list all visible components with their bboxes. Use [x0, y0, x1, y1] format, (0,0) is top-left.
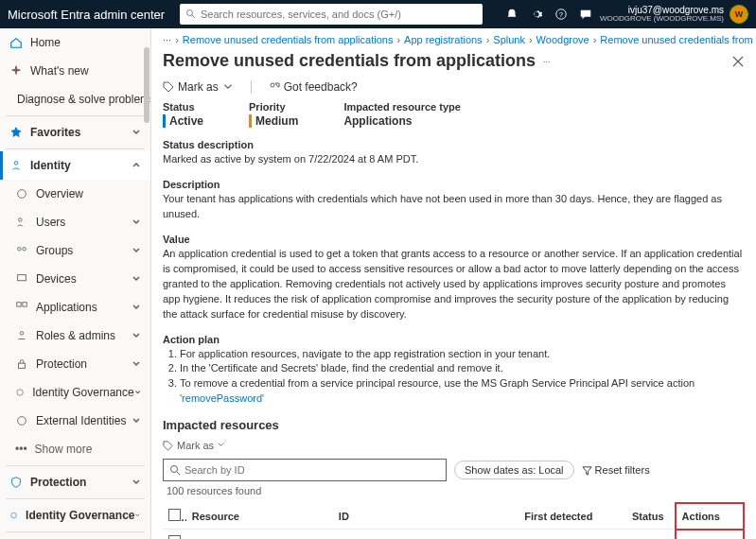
breadcrumb: ··· › Remove unused credentials from app… — [151, 28, 756, 49]
svg-rect-10 — [17, 303, 21, 306]
nav-diagnose[interactable]: Diagnose & solve problems — [0, 85, 150, 113]
shield-icon — [9, 476, 23, 489]
nav-applications[interactable]: Applications — [0, 293, 150, 322]
col-resource[interactable]: Resource — [186, 503, 333, 530]
nav-show-more[interactable]: •••Show more — [0, 435, 150, 463]
svg-rect-9 — [18, 275, 26, 281]
breadcrumb-overflow[interactable]: ··· — [163, 34, 171, 45]
nav-favorites-label: Favorites — [30, 126, 80, 139]
resources-table: Resource ID First detected Status Action… — [163, 502, 745, 539]
cell-status: Active — [626, 530, 676, 539]
page-title-more[interactable]: ··· — [543, 57, 551, 66]
svg-point-5 — [18, 190, 26, 199]
nav-protection-sub[interactable]: Protection — [0, 350, 150, 378]
nav-users[interactable]: Users — [0, 208, 150, 236]
notification-icon[interactable] — [505, 8, 519, 21]
priority-label: Priority — [249, 101, 298, 113]
feedback-icon[interactable] — [579, 8, 592, 21]
nav-devices[interactable]: Devices — [0, 265, 150, 293]
close-icon[interactable] — [731, 55, 745, 68]
tag-icon — [163, 81, 174, 93]
nav-idgov-sub[interactable]: Identity Governance — [0, 378, 150, 407]
nav-identity[interactable]: Identity — [0, 151, 150, 180]
nav-protection[interactable]: Protection — [0, 468, 150, 496]
status-desc-text: Marked as active by system on 7/22/2024 … — [163, 152, 745, 167]
date-display-pill[interactable]: Show dates as: Local — [454, 461, 574, 479]
reset-filters-button[interactable]: Reset filters — [582, 464, 650, 476]
resource-search[interactable] — [163, 459, 447, 481]
search-icon — [185, 9, 197, 20]
page-title: Remove unused credentials from applicati… — [163, 51, 536, 71]
status-value: Active — [169, 114, 203, 128]
action-step-3: To remove a credential from a service pr… — [180, 376, 745, 407]
chevron-down-icon — [134, 511, 141, 520]
settings-icon[interactable] — [530, 8, 543, 21]
chevron-down-icon — [132, 416, 141, 426]
impacted-resources-header: Impacted resources — [163, 418, 745, 432]
nav-favorites[interactable]: Favorites — [0, 118, 150, 147]
nav-external-identities[interactable]: External Identities — [0, 407, 150, 435]
impacted-type-label: Impacted resource type — [343, 101, 461, 113]
page-toolbar: Mark as Got feedback? — [151, 78, 756, 101]
col-actions[interactable]: Actions — [676, 503, 744, 530]
nav-devices-label: Devices — [36, 272, 77, 286]
resource-search-input[interactable] — [185, 464, 440, 476]
resource-count: 100 resources found — [167, 485, 745, 496]
lock-icon — [15, 357, 28, 371]
crumb-item[interactable]: App registrations — [404, 34, 483, 45]
row-checkbox[interactable] — [168, 535, 181, 539]
nav-show-more-label: Show more — [35, 443, 93, 456]
devices-icon — [15, 272, 28, 286]
nav-identity-governance[interactable]: Identity Governance — [0, 501, 150, 530]
user-menu[interactable]: ivju37@woodgrove.ms WOODGROVE (WOODGROVE… — [600, 5, 748, 24]
crumb-item[interactable]: Woodgrove — [536, 34, 589, 45]
governance-icon — [9, 509, 18, 522]
svg-point-19 — [271, 83, 274, 87]
nav-external-identities-label: External Identities — [36, 414, 126, 427]
impacted-mark-as-button[interactable]: Mark as — [177, 440, 225, 451]
nav-verified-id[interactable]: Verified ID — [0, 534, 150, 539]
nav-overview[interactable]: Overview — [0, 180, 150, 208]
col-id[interactable]: ID — [333, 503, 519, 530]
svg-point-6 — [19, 218, 23, 222]
cell-id: 22223333-cccc-4444-dddd-5555eeee6666 — [333, 530, 519, 539]
priority-value: Medium — [255, 114, 298, 128]
crumb-item[interactable]: Splunk — [493, 34, 525, 45]
nav-home[interactable]: Home — [0, 28, 150, 57]
chevron-down-icon — [132, 274, 141, 284]
mark-as-button[interactable]: Mark as — [163, 80, 234, 94]
roles-icon — [15, 329, 28, 342]
chevron-down-icon — [132, 303, 141, 312]
search-icon — [169, 464, 181, 476]
feedback-button[interactable]: Got feedback? — [269, 80, 358, 94]
chevron-down-icon — [132, 359, 141, 369]
nav-roles[interactable]: Roles & admins — [0, 322, 150, 350]
nav-groups[interactable]: Groups — [0, 236, 150, 265]
nav-applications-label: Applications — [36, 301, 97, 314]
feedback-label: Got feedback? — [284, 80, 358, 94]
crumb-item[interactable]: Remove unused credentials from applicati… — [183, 34, 394, 45]
global-search[interactable] — [180, 4, 483, 25]
global-search-input[interactable] — [201, 9, 477, 20]
crumb-item[interactable]: Remove unused credentials from applicati… — [600, 34, 756, 45]
home-icon — [9, 36, 23, 49]
help-icon[interactable]: ? — [554, 8, 568, 21]
svg-line-21 — [177, 472, 180, 475]
svg-rect-13 — [19, 363, 26, 368]
status-label: Status — [163, 101, 203, 113]
brand-label: Microsoft Entra admin center — [8, 8, 165, 22]
sidebar-scrollbar[interactable] — [144, 47, 149, 123]
priority-card: Priority Medium — [249, 101, 298, 128]
nav-whats-new[interactable]: What's new — [0, 57, 150, 85]
nav-groups-label: Groups — [36, 244, 73, 257]
col-first-detected[interactable]: First detected — [519, 503, 626, 530]
groups-icon — [15, 244, 28, 257]
users-icon — [15, 216, 28, 229]
col-status[interactable]: Status — [626, 503, 676, 530]
svg-point-12 — [20, 332, 24, 336]
remove-password-link[interactable]: 'removePassword' — [180, 392, 264, 404]
person-feedback-icon — [269, 81, 280, 93]
nav-protection-label: Protection — [30, 476, 86, 489]
value-header: Value — [163, 234, 745, 245]
select-all-checkbox[interactable] — [168, 509, 181, 521]
